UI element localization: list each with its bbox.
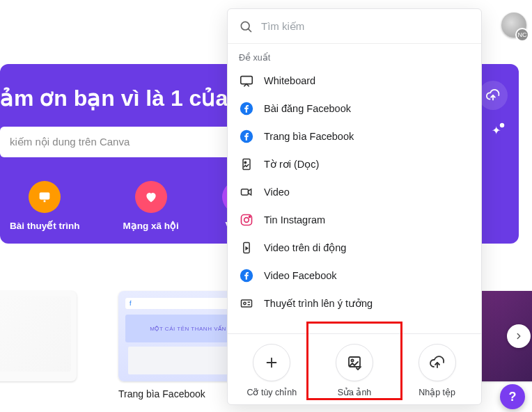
image-edit-icon xyxy=(336,344,373,381)
svg-point-8 xyxy=(244,161,247,164)
upload-icon xyxy=(418,344,456,381)
popup-search-row xyxy=(228,9,481,44)
action-edit-photo[interactable]: Sửa ảnh xyxy=(316,344,393,397)
template-thumb: SPIRE'S FEED xyxy=(0,291,77,381)
popup-bottom-actions: Cỡ tùy chỉnh Sửa ảnh Nhập tệp xyxy=(228,333,481,404)
suggestion-brainstorm[interactable]: Thuyết trình lên ý tưởng xyxy=(228,290,481,317)
popup-search-input[interactable] xyxy=(261,20,470,32)
plus-icon xyxy=(253,344,290,381)
hero-search-placeholder: kiếm nội dung trên Canva xyxy=(10,136,130,148)
action-import[interactable]: Nhập tệp xyxy=(399,344,476,397)
template-label: ecebook xyxy=(0,388,14,399)
suggestion-fb-video[interactable]: Video Facebook xyxy=(228,262,481,290)
popup-suggestions[interactable]: Đề xuất Whiteboard Bài đăng Facebook Tra… xyxy=(228,44,481,333)
cloud-upload-icon xyxy=(485,88,501,103)
action-custom-size[interactable]: Cỡ tùy chỉnh xyxy=(233,344,310,397)
present-idea-icon xyxy=(239,296,254,311)
suggestion-mobile-video[interactable]: Video trên di động xyxy=(228,234,481,262)
hero-cat-label: Mạng xã hội xyxy=(123,220,179,231)
suggestion-label: Trang bìa Facebook xyxy=(264,131,354,142)
flyer-icon xyxy=(239,157,254,172)
heart-icon xyxy=(135,181,167,213)
suggestion-fb-post[interactable]: Bài đăng Facebook xyxy=(228,95,481,122)
suggestion-label: Video Facebook xyxy=(264,270,337,281)
instagram-icon xyxy=(239,212,254,228)
template-card[interactable]: SPIRE'S FEED ecebook xyxy=(0,291,14,412)
presentation-icon xyxy=(29,181,61,213)
suggestion-label: Tin Instagram xyxy=(264,214,325,225)
svg-rect-9 xyxy=(242,189,249,195)
svg-point-11 xyxy=(244,218,249,223)
create-popup: Đề xuất Whiteboard Bài đăng Facebook Tra… xyxy=(227,8,482,405)
popup-section-header: Đề xuất xyxy=(228,44,481,67)
suggestion-whiteboard[interactable]: Whiteboard xyxy=(228,67,481,95)
svg-point-12 xyxy=(249,216,251,217)
suggestion-video[interactable]: Video xyxy=(228,178,481,206)
svg-rect-4 xyxy=(241,77,253,84)
suggestion-fb-cover[interactable]: Trang bìa Facebook xyxy=(228,122,481,150)
avatar-badge: NC xyxy=(515,28,529,42)
help-label: ? xyxy=(509,390,517,404)
whiteboard-icon xyxy=(239,73,254,88)
hero-cat-social[interactable]: Mạng xã hội xyxy=(123,181,179,231)
hero-categories: Bài thuyết trình Mạng xã hội Video xyxy=(0,181,254,231)
svg-rect-1 xyxy=(44,200,46,203)
help-button[interactable]: ? xyxy=(500,384,525,409)
search-icon xyxy=(239,19,253,33)
suggestion-label: Video trên di động xyxy=(264,242,346,253)
svg-point-18 xyxy=(351,359,353,361)
svg-rect-7 xyxy=(243,159,250,170)
suggestion-flyer[interactable]: Tờ rơi (Dọc) xyxy=(228,150,481,178)
suggestion-label: Video xyxy=(264,187,290,198)
facebook-icon xyxy=(239,129,254,144)
action-label: Nhập tệp xyxy=(418,387,455,397)
hero-search-input[interactable]: kiếm nội dung trên Canva xyxy=(0,127,265,157)
sparkle-icon: ✦ xyxy=(492,124,501,137)
facebook-icon xyxy=(239,268,254,283)
svg-rect-0 xyxy=(40,193,50,200)
suggestion-label: Whiteboard xyxy=(264,75,315,86)
action-label: Sửa ảnh xyxy=(338,387,372,397)
chevron-right-icon xyxy=(514,331,524,341)
suggestion-ig-story[interactable]: Tin Instagram xyxy=(228,206,481,234)
hero-cat-presentation[interactable]: Bài thuyết trình xyxy=(10,181,80,231)
hero-cat-label: Bài thuyết trình xyxy=(10,220,80,231)
suggestion-label: Tờ rơi (Dọc) xyxy=(264,159,319,170)
templates-next-button[interactable] xyxy=(507,324,531,348)
svg-rect-15 xyxy=(242,300,252,307)
facebook-icon xyxy=(239,101,254,116)
suggestion-label: Bài đăng Facebook xyxy=(264,103,351,114)
mobile-icon xyxy=(239,240,254,255)
suggestion-label: Thuyết trình lên ý tưởng xyxy=(264,298,373,309)
svg-point-16 xyxy=(244,302,246,304)
action-label: Cỡ tùy chỉnh xyxy=(247,387,297,397)
hero-upload-button[interactable] xyxy=(478,81,508,110)
video-icon xyxy=(239,184,254,200)
